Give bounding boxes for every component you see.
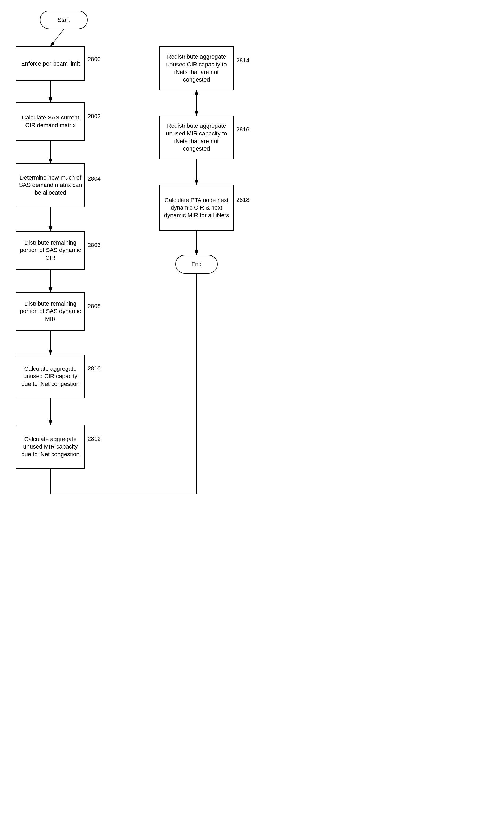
node-2808: Distribute remaining portion of SAS dyna…: [16, 292, 85, 331]
node-2804-label: Determine how much of SAS demand matrix …: [19, 174, 82, 197]
ref-2802: 2802: [88, 113, 101, 120]
node-2812: Calculate aggregate unused MIR capacity …: [16, 425, 85, 469]
ref-2816: 2816: [236, 126, 249, 133]
start-label: Start: [58, 16, 70, 24]
start-node: Start: [40, 11, 88, 29]
ref-2814: 2814: [236, 57, 249, 64]
node-2806-label: Distribute remaining portion of SAS dyna…: [19, 239, 82, 262]
node-2802: Calculate SAS current CIR demand matrix: [16, 102, 85, 141]
node-2816: Redistribute aggregate unused MIR capaci…: [159, 116, 234, 159]
ref-2800: 2800: [88, 56, 101, 63]
ref-2804: 2804: [88, 175, 101, 182]
node-2802-label: Calculate SAS current CIR demand matrix: [19, 114, 82, 129]
node-2806: Distribute remaining portion of SAS dyna…: [16, 231, 85, 270]
node-2812-label: Calculate aggregate unused MIR capacity …: [19, 435, 82, 458]
node-2816-label: Redistribute aggregate unused MIR capaci…: [162, 122, 231, 152]
ref-2808: 2808: [88, 303, 101, 310]
ref-2818: 2818: [236, 197, 249, 203]
node-2814: Redistribute aggregate unused CIR capaci…: [159, 46, 234, 90]
ref-2812: 2812: [88, 435, 101, 442]
diagram-container: Start Enforce per-beam limit 2800 Calcul…: [0, 0, 504, 820]
node-2804: Determine how much of SAS demand matrix …: [16, 163, 85, 207]
node-2808-label: Distribute remaining portion of SAS dyna…: [19, 300, 82, 323]
node-2814-label: Redistribute aggregate unused CIR capaci…: [162, 53, 231, 83]
end-label: End: [191, 260, 202, 268]
node-2810-label: Calculate aggregate unused CIR capacity …: [19, 365, 82, 388]
node-2818-label: Calculate PTA node next dynamic CIR & ne…: [162, 197, 231, 219]
ref-2810: 2810: [88, 365, 101, 372]
node-2800-label: Enforce per-beam limit: [21, 60, 80, 68]
svg-line-1: [50, 29, 64, 46]
node-2800: Enforce per-beam limit: [16, 46, 85, 81]
node-2810: Calculate aggregate unused CIR capacity …: [16, 355, 85, 398]
end-node: End: [175, 255, 218, 274]
node-2818: Calculate PTA node next dynamic CIR & ne…: [159, 185, 234, 231]
ref-2806: 2806: [88, 242, 101, 249]
